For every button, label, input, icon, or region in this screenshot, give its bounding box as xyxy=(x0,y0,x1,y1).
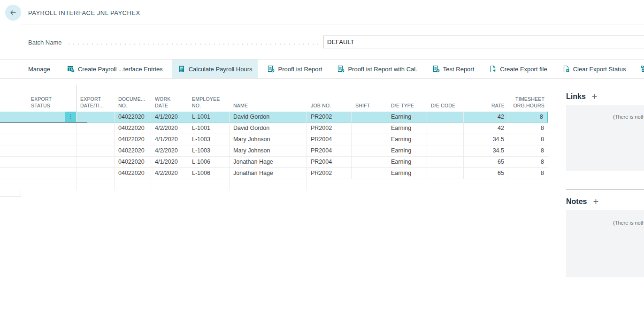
cell-employee-no: L-1003 xyxy=(188,145,230,157)
action-test-report[interactable]: Test Report xyxy=(427,60,480,78)
links-empty-text: (There is nothing to show in this view) xyxy=(613,114,644,120)
action-label: Test Report xyxy=(443,66,474,73)
empty-row[interactable] xyxy=(0,179,548,190)
cell-rate: 42 xyxy=(464,112,508,123)
cell-shift xyxy=(352,123,387,134)
column-header-timesheet-hours[interactable]: TIMESHEETORG.HOURS xyxy=(508,85,548,112)
action-prooflist-report[interactable]: ProofList Report xyxy=(261,60,328,78)
column-header-label: NO. xyxy=(118,102,127,109)
links-factbox-title: Links + xyxy=(566,92,597,101)
selected-cell-underline xyxy=(0,122,87,123)
column-header-label: DATE/TI... xyxy=(80,102,104,109)
column-header-work-date[interactable]: WORKDATE xyxy=(151,85,188,112)
cell-de-code xyxy=(427,134,464,145)
cell-options xyxy=(65,157,77,168)
links-title-text: Links xyxy=(566,92,586,101)
table-row[interactable]: 040220204/1/2020L-1003Mary JohnsonPR2004… xyxy=(0,134,548,145)
payroll-interface-journal-page: PAYROLL INTERFACE JNL PAYCHEX Batch Name… xyxy=(0,0,644,310)
cell-options xyxy=(65,123,77,134)
action-toolbar: Manage Create Payroll ...terface Entries… xyxy=(0,59,644,79)
cell-name: David Gordon xyxy=(230,123,307,134)
cell-employee-no: L-1001 xyxy=(188,123,230,134)
cell-name: Mary Johnson xyxy=(230,145,307,157)
column-header-label: WORK xyxy=(155,96,170,102)
column-header-export-status[interactable]: EXPORTSTATUS xyxy=(0,85,65,112)
cell-shift xyxy=(352,145,387,157)
cell-document-no: 04022020 xyxy=(115,145,151,157)
column-header-rate[interactable]: RATE xyxy=(464,85,508,112)
column-header-employee-no[interactable]: EMPLOYEENO. xyxy=(188,85,230,112)
column-header-label: EMPLOYEE xyxy=(192,96,220,102)
cell-export-date xyxy=(77,112,115,123)
batch-name-input[interactable] xyxy=(323,36,644,48)
action-label: ProofList Report with Cal. xyxy=(348,66,417,73)
column-header-label: NO. xyxy=(192,102,201,109)
cell-name: Mary Johnson xyxy=(230,134,307,145)
cell-timesheet-hours: 8 xyxy=(508,134,548,145)
column-header-document-no[interactable]: DOCUME...NO. xyxy=(115,85,151,112)
empty-cell xyxy=(77,179,115,190)
factbox-divider xyxy=(566,189,644,190)
table-row[interactable]: 040220204/2/2020L-1001David GordonPR2002… xyxy=(0,123,548,134)
cell-employee-no: L-1001 xyxy=(188,112,230,123)
action-clear-export-status[interactable]: Clear Export Status xyxy=(557,60,632,78)
cell-de-type: Earning xyxy=(387,123,427,134)
cell-job-no: PR2004 xyxy=(307,157,352,168)
column-header-job-no[interactable]: JOB NO. xyxy=(307,85,352,112)
add-link-button[interactable]: + xyxy=(592,92,598,101)
cell-rate: 34.5 xyxy=(464,134,508,145)
cell-timesheet-hours: 8 xyxy=(508,145,548,157)
cell-export-status xyxy=(0,134,65,145)
cell-de-code xyxy=(427,145,464,157)
calculator-icon xyxy=(178,65,185,73)
cell-job-no: PR2002 xyxy=(307,112,352,123)
column-header-name[interactable]: NAME xyxy=(230,85,307,112)
table-row[interactable]: 040220204/1/2020L-1006Jonathan HagePR200… xyxy=(0,157,548,168)
cell-work-date: 4/2/2020 xyxy=(151,123,188,134)
cell-work-date: 4/1/2020 xyxy=(151,134,188,145)
links-factbox-body: (There is nothing to show in this view) xyxy=(566,105,644,171)
column-header-label: SHIFT xyxy=(355,102,370,109)
cell-document-no: 04022020 xyxy=(115,157,151,168)
action-prooflist-report-with-cal[interactable]: ProofList Report with Cal. xyxy=(331,60,422,78)
action-label: ProofList Report xyxy=(278,66,322,73)
column-header-label: RATE xyxy=(491,102,505,109)
column-header-export-date[interactable]: EXPORTDATE/TI... xyxy=(77,85,115,112)
empty-cell xyxy=(188,179,230,190)
notes-empty-text: (There is nothing to show in this view) xyxy=(613,220,644,226)
table-row[interactable]: ⋮040220204/1/2020L-1001David GordonPR200… xyxy=(0,112,548,123)
cell-timesheet-hours: 8 xyxy=(508,157,548,168)
empty-cell xyxy=(0,179,65,190)
back-button[interactable] xyxy=(5,5,21,21)
table-row[interactable]: 040220204/2/2020L-1003Mary JohnsonPR2004… xyxy=(0,145,548,157)
row-options-icon[interactable]: ⋮ xyxy=(65,112,76,122)
cell-options xyxy=(65,145,77,157)
action-create-export-file[interactable]: Create Export file xyxy=(483,60,552,78)
cell-options: ⋮ xyxy=(65,112,77,123)
cell-export-status xyxy=(0,168,65,179)
column-header-label: EXPORT xyxy=(31,96,52,102)
column-header-label: ORG.HOURS xyxy=(513,102,544,109)
cell-name: Jonathan Hage xyxy=(230,168,307,179)
action-calculate-payroll-hours[interactable]: Calculate Payroll Hours xyxy=(172,60,258,78)
cell-export-status xyxy=(0,145,65,157)
add-note-button[interactable]: + xyxy=(593,197,598,206)
cell-timesheet-hours: 8 xyxy=(508,112,548,123)
cell-document-no: 04022020 xyxy=(115,123,151,134)
column-header-de-code[interactable]: D/E CODE xyxy=(427,85,464,112)
report-icon xyxy=(337,65,345,73)
cell-document-no: 04022020 xyxy=(115,134,151,145)
manage-menu[interactable]: Manage xyxy=(28,60,50,78)
column-header-de-type[interactable]: D/E TYPE xyxy=(387,85,427,112)
notes-factbox-body: (There is nothing to show in this view) xyxy=(566,210,644,277)
action-create-payroll-terface-entries[interactable]: Create Payroll ...terface Entries xyxy=(61,60,169,78)
cell-document-no: 04022020 xyxy=(115,112,151,123)
cell-export-status xyxy=(0,157,65,168)
action-label: Clear Export Status xyxy=(573,66,626,73)
cell-rate: 34.5 xyxy=(464,145,508,157)
cell-export-status xyxy=(0,112,65,123)
column-header-label: JOB NO. xyxy=(311,102,331,109)
column-header-shift[interactable]: SHIFT xyxy=(352,85,387,112)
notes-factbox-title: Notes + xyxy=(566,197,598,206)
table-row[interactable]: 040220204/2/2020L-1006Jonathan HagePR200… xyxy=(0,168,548,179)
